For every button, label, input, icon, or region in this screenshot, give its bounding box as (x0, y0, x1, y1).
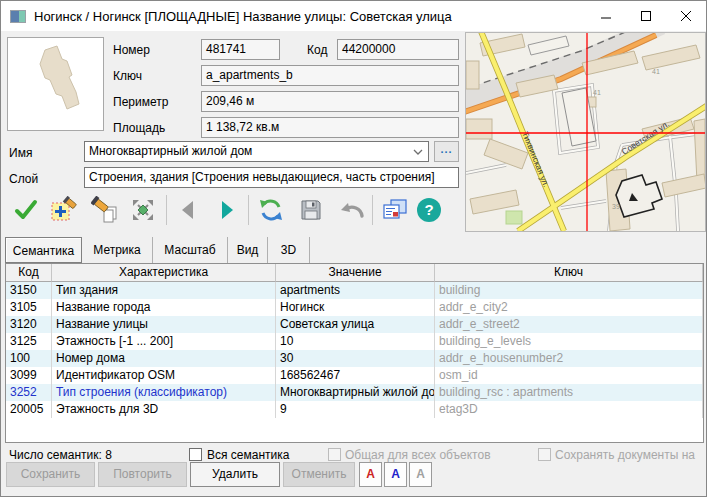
cell-name: Тип строения (классификатор) (52, 384, 276, 401)
cancel-button[interactable]: Отменить (283, 462, 355, 487)
cell-key: addr_e_housenumber2 (435, 350, 703, 367)
next-object-icon[interactable] (210, 194, 242, 226)
column-header[interactable]: Значение (276, 264, 435, 282)
maximize-button[interactable] (626, 1, 666, 31)
cell-name: Название города (52, 299, 276, 316)
all-semantics-label: Вся семантика (207, 448, 289, 462)
object-properties-dialog: Ногинск / Ногинск [ПЛОЩАДНЫЕ] Название у… (0, 0, 707, 497)
semantics-table: КодХарактеристикаЗначениеКлюч 3150Тип зд… (5, 263, 704, 443)
cell-value: Ногинск (276, 299, 435, 316)
table-row[interactable]: 3125Этажность [-1 ... 200]10building_e_l… (6, 333, 703, 350)
minimize-button[interactable] (586, 1, 626, 31)
tab-3D[interactable]: 3D (268, 237, 310, 263)
chevron-down-icon[interactable] (413, 149, 423, 155)
cell-value: 9 (276, 401, 435, 418)
building-footprint-shape (8, 38, 103, 130)
apply-check-icon[interactable] (10, 194, 42, 226)
cell-code: 3120 (6, 316, 52, 333)
map-preview[interactable]: Тихвинская ул. Советская ул. 41 41 39 (465, 32, 706, 232)
add-object-icon[interactable] (48, 194, 80, 226)
name-more-button[interactable]: ... (434, 141, 459, 162)
table-header: КодХарактеристикаЗначениеКлюч (6, 264, 703, 282)
tab-Вид[interactable]: Вид (228, 237, 268, 263)
save-icon[interactable] (295, 194, 327, 226)
cell-name: Этажность [-1 ... 200] (52, 333, 276, 350)
tab-Семантика[interactable]: Семантика (5, 237, 82, 263)
cell-name: Номер дома (52, 350, 276, 367)
semantics-count: Число семантик: 8 (9, 448, 112, 462)
cell-code: 3150 (6, 282, 52, 299)
cell-key: addr_e_street2 (435, 316, 703, 333)
tab-Метрика[interactable]: Метрика (82, 237, 153, 263)
code-field: 44200000 (337, 39, 459, 60)
table-row[interactable]: 3099Идентификатор OSM168562467osm_id (6, 367, 703, 384)
cell-name: Название улицы (52, 316, 276, 333)
cell-name: Этажность для 3D (52, 401, 276, 418)
table-row[interactable]: 3120Название улицыСоветская улицаaddr_e_… (6, 316, 703, 333)
cell-name: Идентификатор OSM (52, 367, 276, 384)
delete-button[interactable]: Удалить (190, 462, 280, 487)
fit-extent-icon[interactable] (127, 194, 159, 226)
cell-key: osm_id (435, 367, 703, 384)
cell-code: 100 (6, 350, 52, 367)
window-title: Ногинск / Ногинск [ПЛОЩАДНЫЕ] Название у… (34, 9, 452, 24)
object-shape-preview (7, 37, 104, 131)
cell-code: 20005 (6, 401, 52, 418)
semantics-table-body: 3150Тип зданияapartmentsbuilding3105Назв… (6, 282, 703, 418)
tab-Масштаб[interactable]: Масштаб (153, 237, 228, 263)
repeat-button[interactable]: Повторить (98, 462, 187, 487)
help-icon[interactable]: ? (413, 194, 445, 226)
cell-code: 3099 (6, 367, 52, 384)
cell-name: Тип здания (52, 282, 276, 299)
save-documents-checkbox[interactable] (538, 448, 551, 461)
name-label: Имя (9, 146, 32, 160)
cell-key: building_rsc : apartments (435, 384, 703, 401)
cell-value: 168562467 (276, 367, 435, 384)
building-number: 41 (593, 89, 601, 96)
cell-key: etag3D (435, 401, 703, 418)
number-field: 481741 (201, 39, 280, 60)
cell-code: 3125 (6, 333, 52, 350)
name-combobox[interactable]: Многоквартирный жилой дом (84, 141, 429, 162)
cell-value: 30 (276, 350, 435, 367)
perimeter-label: Периметр (113, 95, 168, 109)
number-label: Номер (113, 43, 150, 57)
table-row[interactable]: 20005Этажность для 3D9etag3D (6, 401, 703, 418)
cell-value: Советская улица (276, 316, 435, 333)
perimeter-field: 209,46 м (201, 91, 459, 112)
table-row[interactable]: 3252Тип строения (классификатор)Многоква… (6, 384, 703, 401)
cell-key: building (435, 282, 703, 299)
layer-label: Слой (9, 172, 38, 186)
cell-key: addr_e_city2 (435, 299, 703, 316)
refresh-icon[interactable] (255, 194, 287, 226)
common-for-all-checkbox[interactable] (328, 448, 341, 461)
building-number: 41 (652, 68, 660, 75)
table-row[interactable]: 3150Тип зданияapartmentsbuilding (6, 282, 703, 299)
column-header[interactable]: Ключ (435, 264, 703, 282)
key-field: a_apartments_b (201, 65, 459, 86)
cell-code: 3252 (6, 384, 52, 401)
font-gray-button[interactable]: A (409, 462, 432, 487)
table-row[interactable]: 3105Название городаНогинскaddr_e_city2 (6, 299, 703, 316)
cell-key: building_e_levels (435, 333, 703, 350)
app-icon (10, 10, 26, 23)
building-number: 39 (612, 203, 620, 210)
close-button[interactable] (666, 1, 706, 31)
font-red-button[interactable]: A (359, 462, 382, 487)
all-semantics-checkbox[interactable] (189, 448, 202, 461)
previous-object-icon[interactable] (173, 194, 205, 226)
highlight-object-icon[interactable] (89, 194, 121, 226)
report-icon[interactable] (379, 194, 411, 226)
cell-code: 3105 (6, 299, 52, 316)
column-header[interactable]: Код (6, 264, 52, 282)
table-row[interactable]: 100Номер дома30addr_e_housenumber2 (6, 350, 703, 367)
area-field: 1 138,72 кв.м (201, 117, 459, 138)
font-blue-button[interactable]: A (384, 462, 407, 487)
undo-icon[interactable] (336, 194, 368, 226)
toolbar: ? (1, 191, 463, 231)
code-label: Код (307, 43, 327, 57)
save-semantics-button[interactable]: Сохранить (6, 462, 95, 487)
title-bar: Ногинск / Ногинск [ПЛОЩАДНЫЕ] Название у… (1, 1, 706, 31)
column-header[interactable]: Характеристика (52, 264, 276, 282)
save-documents-label: Сохранять документы на (555, 448, 695, 462)
